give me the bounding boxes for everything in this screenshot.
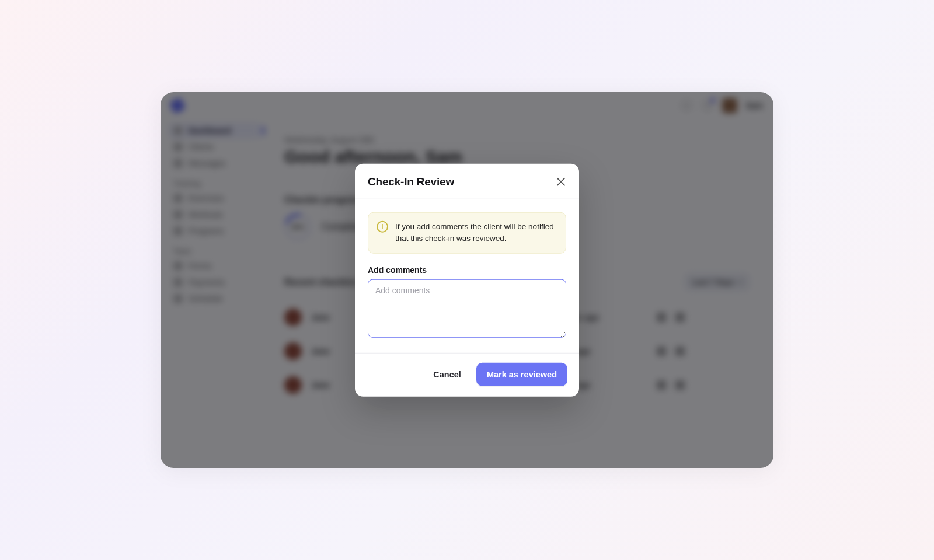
info-icon: i [377, 221, 388, 233]
modal-header: Check-In Review [355, 164, 579, 200]
mark-reviewed-button[interactable]: Mark as reviewed [476, 362, 567, 386]
alert-text: If you add comments the client will be n… [395, 221, 557, 245]
comments-label: Add comments [368, 265, 566, 274]
checkin-review-modal: Check-In Review i If you add comments th… [355, 164, 579, 397]
modal-footer: Cancel Mark as reviewed [355, 352, 579, 396]
close-button[interactable] [556, 177, 566, 187]
modal-title: Check-In Review [368, 176, 454, 188]
app-frame: Sam Dashboard Clients Messages Training … [161, 92, 773, 468]
info-alert: i If you add comments the client will be… [368, 212, 566, 254]
modal-body: i If you add comments the client will be… [355, 200, 579, 353]
cancel-button[interactable]: Cancel [427, 365, 467, 383]
comments-input[interactable] [368, 279, 566, 337]
close-icon [557, 178, 565, 186]
